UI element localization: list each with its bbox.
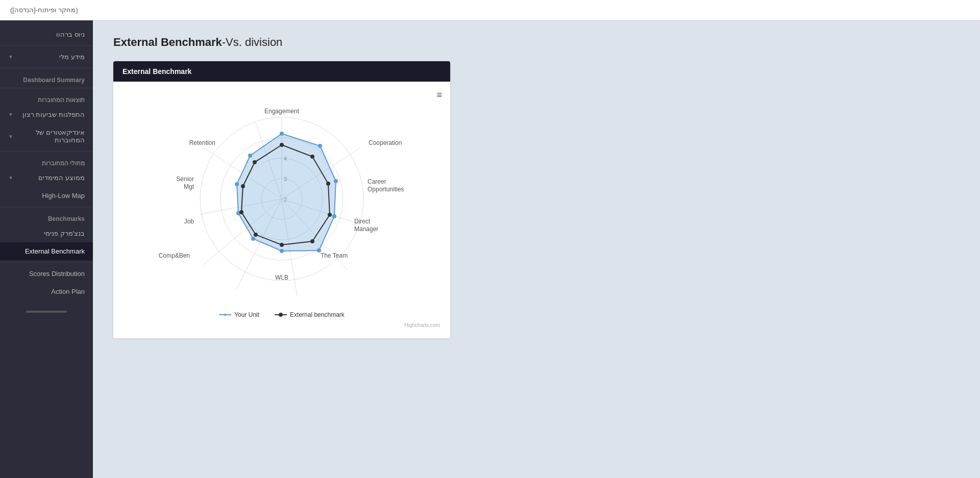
sidebar-item-mida[interactable]: ▼ מידע מלי (0, 48, 93, 66)
dot (310, 239, 314, 243)
topbar-label: (מחקר ופיתוח-[הנדסה]) (10, 6, 78, 14)
dot (239, 210, 243, 214)
axis-label-direct2: Manager (354, 225, 378, 233)
main-content: External Benchmark-Vs. division External… (93, 20, 980, 478)
dot (318, 144, 322, 148)
legend-line-your-unit (219, 312, 231, 317)
sidebar-header-drivers: מחולי המחוברות (0, 154, 93, 169)
sidebar-scrollbar (26, 311, 67, 313)
dot (328, 213, 332, 217)
your-unit-polygon (237, 134, 336, 251)
dot (280, 132, 284, 136)
axis-label-direct: Direct (354, 218, 371, 225)
sidebar-item-action-label: Action Plan (8, 288, 85, 295)
highcharts-credit: Highcharts.com (124, 322, 440, 328)
dot (241, 184, 245, 188)
sidebar-item-highlow-label: High-Low Map (8, 192, 85, 199)
dot (248, 154, 252, 158)
dot (253, 160, 257, 164)
sidebar-item-average[interactable]: ▼ ממוצע המימדים (0, 169, 93, 187)
dot (251, 237, 255, 241)
legend-your-unit: Your Unit (219, 311, 259, 318)
sidebar-item-wishes[interactable]: ▼ התפלגות שביעות רצון (0, 106, 93, 123)
axis-label-career2: Opportunities (368, 186, 404, 193)
sidebar-item-average-label: ממוצע המימדים (13, 174, 85, 182)
axis-label-cooperation: Cooperation (369, 139, 402, 146)
topbar: (מחקר ופיתוח-[הנדסה]) (0, 0, 980, 20)
chevron-icon-3: ▼ (8, 134, 13, 139)
axis-label-comp: Comp&Ben (159, 252, 190, 259)
sidebar-item-mida-label: מידע מלי (13, 53, 85, 61)
axis-label-senior2: Mgt (184, 183, 194, 190)
dot (334, 179, 338, 183)
chevron-icon-4: ▼ (8, 175, 13, 181)
legend-line-external (275, 312, 287, 317)
axis-label-career: Career (368, 178, 386, 185)
axis-label-engagement: Engagement (264, 108, 300, 115)
axis-label-wlb: WLB (275, 274, 288, 281)
axis-label-senior1: Senior (176, 175, 194, 183)
sidebar-item-action[interactable]: Action Plan (0, 283, 93, 300)
legend-label-external: External benchmark (290, 311, 345, 318)
sidebar-header-dashboard: Dashboard Summary (0, 70, 93, 86)
sidebar-item-news-label: ניוס ברהוו (8, 31, 85, 38)
chevron-icon: ▼ (8, 54, 13, 60)
axis-label-job: Job (184, 218, 194, 225)
sidebar-item-highlow[interactable]: High-Low Map (0, 187, 93, 205)
legend-label-your-unit: Your Unit (234, 311, 259, 318)
sidebar-item-external[interactable]: External Benchmark (0, 242, 93, 260)
sidebar-item-scores-label: Scores Distribution (8, 270, 85, 278)
sidebar-header-benchmarks: Benchmarks (0, 209, 93, 224)
chart-body: ≡ 4 3 2 (113, 82, 450, 338)
dot (280, 143, 284, 147)
sidebar-item-internal-label: בנצ'מרק פנימי (8, 230, 85, 237)
sidebar-item-external-label: External Benchmark (8, 247, 85, 255)
sidebar-item-scores[interactable]: Scores Distribution (0, 265, 93, 283)
dot (332, 214, 336, 218)
chevron-icon-2: ▼ (8, 112, 13, 117)
svg-point-20 (279, 313, 283, 317)
radar-svg: 4 3 2 (129, 92, 435, 306)
sidebar-item-wishes-label: התפלגות שביעות רצון (13, 111, 85, 118)
sidebar: ניוס ברהוו ▼ מידע מלי Dashboard Summary … (0, 20, 93, 478)
chart-header: External Benchmark (113, 61, 450, 82)
dot (280, 249, 284, 253)
chart-card: External Benchmark ≡ 4 3 2 (113, 61, 450, 338)
chart-legend: Your Unit External benchmark (124, 311, 440, 318)
svg-marker-18 (224, 313, 226, 316)
sidebar-header-results: תוצאות המחוברות (0, 90, 93, 106)
axis-label-retention: Retention (189, 139, 215, 146)
sidebar-item-indicators[interactable]: ▼ אינדיקאטורים של המחוברות (0, 123, 93, 149)
chart-menu-icon[interactable]: ≡ (436, 90, 442, 100)
radar-chart: 4 3 2 (129, 92, 435, 306)
dot (310, 155, 314, 159)
dot (280, 243, 284, 247)
sidebar-item-news[interactable]: ניוס ברהוו (0, 26, 93, 43)
sidebar-item-indicators-label: אינדיקאטורים של המחוברות (13, 129, 85, 144)
axis-label-team: The Team (321, 252, 348, 259)
page-title: External Benchmark-Vs. division (113, 36, 960, 49)
sidebar-item-internal[interactable]: בנצ'מרק פנימי (0, 224, 93, 242)
dot (326, 182, 330, 186)
dot (235, 182, 239, 186)
dot (254, 233, 258, 237)
legend-external: External benchmark (275, 311, 345, 318)
